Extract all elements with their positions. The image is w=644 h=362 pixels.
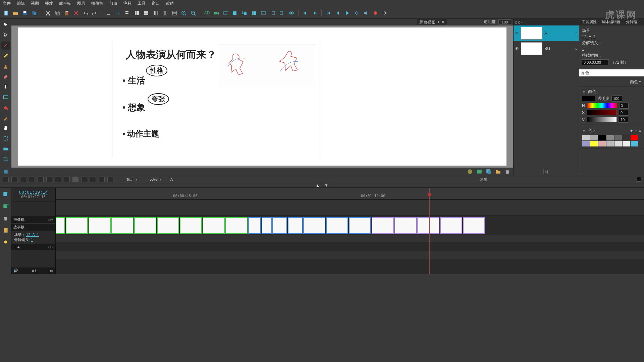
menu-layer[interactable]: 图层 [77, 1, 85, 6]
val-input[interactable] [619, 117, 628, 123]
opt-4-icon[interactable] [29, 177, 35, 182]
save-all-icon[interactable] [30, 9, 38, 17]
library-tool-icon[interactable] [1, 167, 10, 176]
collapse-bar[interactable]: ▲ ▼ [0, 183, 644, 188]
open-folder-icon[interactable] [11, 9, 19, 17]
layers-icon[interactable] [486, 169, 492, 175]
note-tl-icon[interactable] [1, 226, 10, 235]
storyboard-clip[interactable] [111, 217, 133, 234]
select-tool-icon[interactable] [1, 21, 10, 29]
prev-panel-icon[interactable] [269, 9, 277, 17]
prev-icon[interactable] [334, 9, 342, 17]
storyboard-clip[interactable] [56, 217, 65, 234]
zoom-value[interactable]: 50% [150, 177, 157, 181]
timeline-current-time[interactable]: 00:01:19:14 [13, 190, 53, 195]
tl-scene-link[interactable]: 12_A_1 [26, 233, 39, 237]
zoom-in-icon[interactable] [180, 9, 188, 17]
palette-swatch[interactable] [598, 141, 606, 147]
settings-icon[interactable] [381, 9, 389, 17]
layout-1-icon[interactable] [152, 9, 160, 17]
add-camera-key-icon[interactable]: + [51, 218, 53, 222]
eraser-tool-icon[interactable] [1, 72, 10, 81]
timeline-ruler[interactable]: 00:00:48:00 00:01:12:00 [56, 188, 644, 200]
new-file-icon[interactable] [2, 9, 10, 17]
mute-icon[interactable]: 🔊 [13, 268, 18, 273]
opt-10-icon[interactable] [81, 177, 87, 182]
storyboard-clip[interactable] [372, 217, 394, 234]
current-color-swatch[interactable] [582, 96, 595, 101]
zoom-dropdown-icon[interactable]: ▾ [160, 177, 162, 182]
val-slider[interactable] [587, 117, 617, 122]
layer-visibility-icon[interactable]: 👁 [515, 46, 519, 51]
direct-select-tool-icon[interactable] [1, 31, 10, 40]
menu-tools[interactable]: 工具 [138, 1, 146, 6]
sat-input[interactable] [619, 110, 628, 116]
close-tab-icon[interactable]: × [442, 20, 444, 24]
storyboard-clip[interactable] [326, 217, 348, 234]
add-panel-tl-icon[interactable]: + [1, 202, 10, 210]
palette-swatch[interactable] [622, 135, 630, 141]
eyedrop-tool-icon[interactable] [1, 114, 10, 122]
split-h-icon[interactable] [133, 9, 141, 17]
merge-panel-icon[interactable] [259, 9, 267, 17]
palette-swatch[interactable] [630, 141, 638, 147]
trash-icon[interactable] [504, 169, 511, 175]
cut-icon[interactable] [44, 9, 52, 17]
menu-edit[interactable]: 编辑 [17, 1, 25, 6]
camera-track-head[interactable]: 摄像机 ◁ + [11, 216, 55, 224]
storyboard-clip[interactable] [288, 217, 303, 234]
palette-swatch[interactable] [606, 135, 614, 141]
layout-2-icon[interactable] [161, 9, 169, 17]
trash-tl-icon[interactable] [1, 214, 10, 223]
opt-13-icon[interactable] [107, 177, 113, 182]
palette-swatch[interactable] [614, 141, 622, 147]
camera-new-icon[interactable] [212, 9, 220, 17]
swatch-menu-icon[interactable]: ≡ [639, 128, 641, 133]
storyboard-clip[interactable] [134, 217, 156, 234]
opt-3-icon[interactable] [20, 177, 26, 182]
text-tool-icon[interactable]: T [1, 83, 10, 91]
crop-tool-icon[interactable] [1, 155, 10, 163]
storyboard-clip[interactable] [440, 217, 462, 234]
stage-opacity-input[interactable] [498, 19, 511, 25]
storyboard-clip[interactable] [262, 217, 272, 234]
storyboard-clip[interactable] [248, 217, 261, 234]
storyboard-clip[interactable] [66, 217, 88, 234]
redo-icon[interactable] [91, 9, 99, 17]
layout-3-icon[interactable] [170, 9, 178, 17]
palette-swatch[interactable] [590, 141, 598, 147]
collapse-up-icon[interactable]: ▲ [314, 183, 321, 188]
hand-tool-icon[interactable] [1, 124, 10, 132]
palette-swatch[interactable] [630, 135, 638, 141]
add-tab-icon[interactable]: + [437, 20, 440, 24]
color-tab-label[interactable]: 颜色 [630, 79, 638, 84]
save-icon[interactable] [21, 9, 29, 17]
rect-tool-icon[interactable] [1, 93, 10, 102]
light-tl-icon[interactable] [1, 238, 10, 247]
audio-track-head[interactable]: 🔊 A1 ▭ [11, 267, 55, 274]
play-icon[interactable] [343, 9, 351, 17]
prev-frame-icon[interactable] [301, 9, 309, 17]
duration-input[interactable] [582, 59, 609, 65]
timeline-tracks[interactable]: 00:00:48:00 00:01:12:00 [56, 188, 644, 274]
storyboard-clip[interactable] [203, 217, 225, 234]
layer-row-bg[interactable]: 👁 BG ○ [514, 41, 579, 56]
l-track[interactable] [56, 235, 644, 242]
record-icon[interactable] [371, 9, 379, 17]
menu-storyboard[interactable]: 故事板 [59, 1, 71, 6]
add-l-key-icon[interactable]: + [51, 245, 53, 249]
layers-scroll-icon[interactable]: ▷▷ [514, 19, 579, 25]
add-color-icon[interactable]: + [639, 79, 641, 84]
l-track-head[interactable]: L: A ◁ + [11, 244, 55, 250]
pencil-tool-icon[interactable] [1, 52, 10, 60]
opt-5-icon[interactable] [38, 177, 44, 182]
opt-7-icon[interactable] [55, 177, 61, 182]
color-opacity-input[interactable] [611, 96, 622, 102]
storyboard-track[interactable] [56, 216, 644, 235]
menu-play[interactable]: 播放 [45, 1, 53, 6]
storyboard-clip[interactable] [157, 217, 179, 234]
storyboard-clip[interactable] [89, 217, 111, 234]
palette-swatch[interactable] [606, 141, 614, 147]
tab-tool-props[interactable]: 工具属性 [579, 19, 599, 25]
stage-tab[interactable]: 舞台视图 + × [417, 19, 447, 25]
